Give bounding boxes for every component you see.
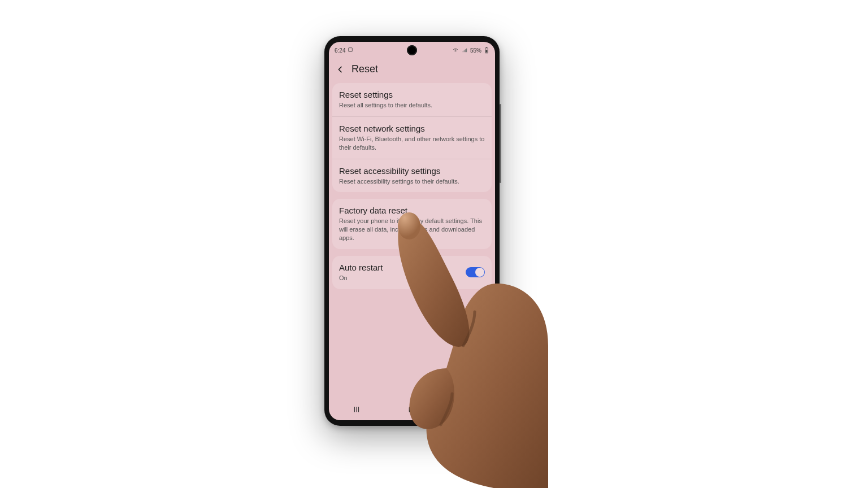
home-icon bbox=[407, 405, 416, 414]
sim-icon bbox=[348, 47, 353, 54]
row-desc: Reset Wi-Fi, Bluetooth, and other networ… bbox=[339, 135, 485, 152]
row-title: Reset network settings bbox=[339, 124, 485, 133]
nav-home[interactable] bbox=[401, 405, 423, 414]
nav-recents[interactable] bbox=[345, 405, 368, 414]
back-icon bbox=[463, 405, 472, 414]
recents-icon bbox=[352, 406, 361, 413]
battery-icon bbox=[484, 47, 489, 54]
row-reset-accessibility-settings[interactable]: Reset accessibility settings Reset acces… bbox=[332, 159, 492, 193]
svg-rect-3 bbox=[486, 50, 488, 52]
toggle-knob bbox=[475, 268, 484, 277]
group-reset-options: Reset settings Reset all settings to the… bbox=[332, 83, 492, 192]
svg-rect-0 bbox=[349, 48, 353, 52]
row-title: Factory data reset bbox=[339, 206, 485, 215]
row-desc: Reset all settings to their defaults. bbox=[339, 101, 485, 110]
row-status: On bbox=[339, 274, 466, 282]
auto-restart-toggle[interactable] bbox=[466, 267, 485, 277]
page-title: Reset bbox=[351, 63, 378, 75]
group-auto-restart: Auto restart On bbox=[332, 256, 492, 289]
row-reset-network-settings[interactable]: Reset network settings Reset Wi-Fi, Blue… bbox=[332, 116, 492, 159]
group-factory-reset: Factory data reset Reset your phone to i… bbox=[332, 199, 492, 249]
row-title: Reset accessibility settings bbox=[339, 166, 485, 176]
battery-text: 55% bbox=[470, 47, 481, 54]
row-title: Auto restart bbox=[339, 263, 466, 272]
svg-rect-4 bbox=[409, 407, 414, 412]
row-desc: Reset your phone to its factory default … bbox=[339, 217, 485, 242]
row-factory-data-reset[interactable]: Factory data reset Reset your phone to i… bbox=[332, 199, 492, 249]
row-desc: Reset accessibility settings to their de… bbox=[339, 177, 485, 186]
phone-frame: 6:24 55% bbox=[324, 36, 500, 426]
nav-bar bbox=[329, 403, 495, 416]
signal-icon bbox=[461, 47, 468, 53]
row-title: Reset settings bbox=[339, 90, 485, 99]
back-button[interactable] bbox=[335, 64, 346, 75]
nav-back[interactable] bbox=[456, 405, 479, 414]
screen: 6:24 55% bbox=[329, 42, 495, 420]
app-bar: Reset bbox=[329, 55, 495, 83]
wifi-icon bbox=[452, 47, 459, 53]
row-reset-settings[interactable]: Reset settings Reset all settings to the… bbox=[332, 83, 492, 116]
row-auto-restart[interactable]: Auto restart On bbox=[332, 256, 492, 289]
chevron-left-icon bbox=[336, 65, 345, 74]
status-time: 6:24 bbox=[335, 47, 345, 54]
front-camera bbox=[407, 45, 417, 55]
side-button bbox=[500, 104, 501, 183]
svg-rect-2 bbox=[486, 47, 487, 47]
